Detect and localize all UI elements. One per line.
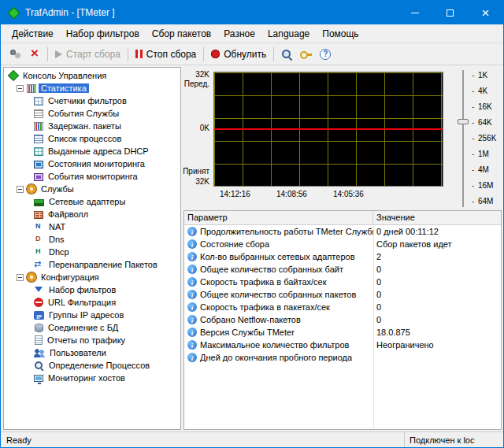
scale-label: 4K <box>478 87 487 95</box>
tree-item-process-list[interactable]: Список процессов <box>4 132 180 145</box>
tree-item-packet-forwarding[interactable]: Перенаправление Пакетов <box>4 258 180 271</box>
tree-item-firewall[interactable]: Файрволл <box>4 208 180 220</box>
rate-scale-slider[interactable]: 1K4K16K64K256K1M4M16M64M <box>451 67 500 210</box>
nat-icon <box>34 222 44 231</box>
toolbar-button-reset-counters[interactable]: Обнулить <box>207 46 270 62</box>
column-header-param[interactable]: Параметр <box>184 211 373 224</box>
toolbar-button-delete[interactable] <box>26 46 44 62</box>
menu-item-help[interactable]: Помощь <box>316 26 365 42</box>
tree-item-monitoring-events[interactable]: События мониторинга <box>4 170 180 183</box>
scale-label: 64K <box>478 118 492 127</box>
slider-thumb[interactable] <box>458 119 469 124</box>
tree-item-dhcp-leases[interactable]: Выданные адреса DHCP <box>4 145 180 157</box>
tree-section-statistics[interactable]: Статистика <box>4 82 180 94</box>
tree-item-dhcp[interactable]: Dhcp <box>4 246 180 258</box>
table-row[interactable]: Собрано Netflow-пакетов0 <box>184 313 501 326</box>
dhcp-list-icon <box>34 147 43 156</box>
tree-item-label: Задержан. пакеты <box>46 121 124 131</box>
minimize-button[interactable] <box>397 1 432 24</box>
tree-item-nat[interactable]: NAT <box>4 220 180 233</box>
graph-y-labels: 32K Перед. 0K Принят 32K <box>183 72 212 187</box>
param-cell: Скорость трафика в пакетах/сек <box>184 302 373 312</box>
table-row[interactable]: Продолжительность работы TMeter Службы0 … <box>184 225 501 238</box>
toolbar-button-filter-editor[interactable] <box>6 46 26 62</box>
adapter-icon <box>34 199 44 206</box>
collapse-toggle-icon[interactable] <box>17 85 24 92</box>
info-icon <box>187 290 197 299</box>
table-row[interactable]: Кол-во выбранных сетевых адаптеров2 <box>184 250 501 263</box>
table-row[interactable]: Состояние сбораСбор пакетов идет <box>184 238 501 250</box>
scale-tick-icon <box>472 87 478 95</box>
tree-panel: Консоль УправленияСтатистикаСчетчики фил… <box>3 67 181 430</box>
menu-item-misc[interactable]: Разное <box>217 26 261 42</box>
table-row[interactable]: Скорость трафика в пакетах/сек0 <box>184 301 501 313</box>
tree-item-ip-groups[interactable]: Группы IP адресов <box>4 309 180 321</box>
param-text: Состояние сбора <box>200 239 269 249</box>
tree-item-network-adapters[interactable]: Сетевые адаптеры <box>4 195 180 208</box>
table-row[interactable]: Версия Службы TMeter18.0.875 <box>184 326 501 339</box>
menu-item-action[interactable]: Действие <box>6 26 60 42</box>
toolbar-button-stop-capture[interactable]: Стоп сбора <box>132 46 200 62</box>
toolbar-button-find[interactable] <box>277 46 296 62</box>
menu-item-language[interactable]: Language <box>261 26 316 42</box>
tree-section-services[interactable]: Службы <box>4 183 180 195</box>
tree-item-host-monitoring[interactable]: Мониторинг хостов <box>4 372 180 384</box>
no-entry-icon <box>34 298 43 307</box>
tree-item-label: Выданные адреса DHCP <box>46 146 151 156</box>
table-row[interactable]: Максимальное количество фильтровНеограни… <box>184 339 501 351</box>
tree-item-label: Состояния мониторинга <box>46 159 147 168</box>
value-text: 0 <box>373 277 501 287</box>
pause-icon <box>135 50 143 58</box>
tree-section-configuration[interactable]: Конфигурация <box>4 271 180 283</box>
param-cell: Дней до окончания пробного периода <box>184 353 373 362</box>
table-row[interactable]: Общее количество собранных байт0 <box>184 263 501 276</box>
menu-item-filter-set[interactable]: Набор фильтров <box>60 26 146 42</box>
tree-item-process-detection[interactable]: Определение Процессов <box>4 359 180 372</box>
tree-item-filter-counters[interactable]: Счетчики фильтров <box>4 94 180 107</box>
param-cell: Версия Службы TMeter <box>184 328 373 337</box>
toolbar-button-start-capture[interactable]: Старт сбора <box>51 46 124 62</box>
close-icon <box>482 6 490 20</box>
console-icon <box>8 71 18 80</box>
tree-item-traffic-reports[interactable]: Отчеты по трафику <box>4 334 180 346</box>
tree-item-dns[interactable]: Dns <box>4 233 180 246</box>
tree-item-service-events[interactable]: События Службы <box>4 107 180 120</box>
info-icon <box>187 328 197 337</box>
param-text: Собрано Netflow-пакетов <box>200 315 301 324</box>
tree-item-url-filtering[interactable]: URL Фильтрация <box>4 296 180 309</box>
toolbar-button-help[interactable] <box>316 46 335 62</box>
y-bottom-sublabel: Принят <box>183 167 209 176</box>
menu-item-packet-capture[interactable]: Сбор пакетов <box>146 26 217 42</box>
scale-label: 64M <box>478 197 493 205</box>
collapse-toggle-icon[interactable] <box>17 274 24 281</box>
table-row[interactable]: Скорость трафика в байтах/сек0 <box>184 276 501 288</box>
table-row[interactable]: Общее количество собранных пакетов0 <box>184 288 501 301</box>
tree-item-filter-set[interactable]: Набор фильтров <box>4 283 180 296</box>
tree-item-monitoring-states[interactable]: Состояния мониторинга <box>4 157 180 170</box>
maximize-button[interactable] <box>432 1 468 24</box>
table-row[interactable]: Дней до окончания пробного периода <box>184 351 501 364</box>
help-icon <box>320 49 331 60</box>
scale-tick-icon <box>472 181 478 190</box>
toolbar-button-license-key[interactable] <box>296 47 316 61</box>
list-icon <box>34 109 43 118</box>
tree-root-console[interactable]: Консоль Управления <box>4 69 180 82</box>
collapse-toggle-icon[interactable] <box>17 186 24 193</box>
red-x-icon <box>30 49 40 60</box>
toolbar-separator <box>128 47 128 61</box>
column-header-value[interactable]: Значение <box>373 211 501 224</box>
tree-item-db-connection[interactable]: Соединение с БД <box>4 321 180 334</box>
value-text: Сбор пакетов идет <box>373 239 501 249</box>
process-icon <box>34 135 43 143</box>
param-cell: Собрано Netflow-пакетов <box>184 315 373 324</box>
scale-row: 4M <box>472 161 500 177</box>
scale-row: 1M <box>472 146 500 161</box>
info-icon <box>187 227 197 236</box>
tree-item-users[interactable]: Пользователи <box>4 346 180 359</box>
close-button[interactable] <box>468 1 503 24</box>
info-icon <box>187 239 197 249</box>
tree-item-delayed-packets[interactable]: Задержан. пакеты <box>4 120 180 132</box>
column-divider <box>373 225 374 429</box>
scale-tick-icon <box>472 118 478 127</box>
tree-item-label: Dhcp <box>46 247 72 257</box>
